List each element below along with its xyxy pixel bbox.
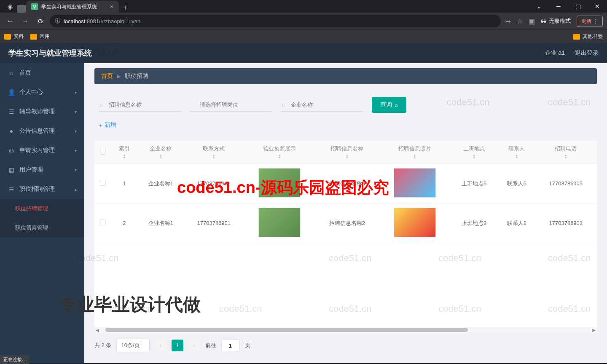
- col-location[interactable]: 上班地点▲▼: [451, 141, 497, 164]
- page-number-button[interactable]: 1: [172, 340, 183, 351]
- list-icon: ☰: [8, 185, 15, 193]
- bookmark-folder[interactable]: 常用: [30, 33, 50, 40]
- col-license[interactable]: 营业执照展示▲▼: [244, 141, 316, 164]
- plus-icon: +: [99, 122, 102, 128]
- user-icon: 👤: [8, 88, 15, 96]
- col-company[interactable]: 企业名称▲▼: [137, 141, 184, 164]
- chevron-down-icon[interactable]: ⌄: [529, 0, 549, 13]
- more-icon: ⋮: [593, 18, 598, 24]
- bookmark-folder[interactable]: 资料: [4, 33, 24, 40]
- reload-button[interactable]: ⟳: [35, 15, 46, 27]
- forward-button[interactable]: →: [19, 15, 31, 27]
- search-icon: ⌕: [282, 102, 285, 108]
- photo-thumbnail[interactable]: [394, 208, 436, 237]
- app-title: 学生实习与就业管理系统: [8, 48, 92, 58]
- chevron-down-icon: ▾: [75, 90, 77, 95]
- sidebar-item-home[interactable]: ⌂首页: [0, 63, 84, 83]
- sort-icon: ▲▼: [115, 154, 134, 159]
- search-icon: ⌕: [395, 102, 398, 108]
- prev-page-button[interactable]: ‹: [155, 340, 167, 351]
- page-size-select[interactable]: 10条/页: [116, 339, 149, 352]
- license-thumbnail[interactable]: [258, 208, 301, 237]
- star-icon[interactable]: ☆: [517, 17, 523, 25]
- sidebar-subitem-recruit[interactable]: 职位招聘管理: [0, 199, 84, 218]
- sidebar-item-intern[interactable]: ◎申请实习管理▾: [0, 141, 84, 160]
- col-person[interactable]: 联系人▲▼: [497, 141, 536, 164]
- close-window-icon[interactable]: ✕: [588, 0, 607, 13]
- col-contact[interactable]: 联系方式▲▼: [184, 141, 244, 164]
- status-bar: 正在连接...: [0, 355, 29, 364]
- sort-icon: ▲▼: [141, 154, 181, 159]
- scroll-right-icon[interactable]: ▶: [591, 328, 597, 332]
- page-unit: 页: [245, 342, 250, 349]
- col-phone[interactable]: 招聘电话▲▼: [536, 141, 596, 164]
- search-title-input[interactable]: [99, 98, 181, 112]
- search-post-select[interactable]: [190, 98, 272, 112]
- extensions-icon[interactable]: ▣: [529, 17, 535, 25]
- horizontal-scrollbar[interactable]: ◀ ▶: [94, 327, 597, 333]
- folder-icon: [30, 34, 37, 40]
- incognito-icon: 🕶: [541, 18, 546, 24]
- goto-label: 前往: [205, 342, 216, 349]
- scroll-left-icon[interactable]: ◀: [94, 328, 100, 332]
- watermark-text: 专业毕业设计代做: [59, 293, 201, 316]
- tab-placeholder-icon: [17, 5, 26, 13]
- sidebar-item-user[interactable]: ▦用户管理▾: [0, 160, 84, 179]
- pagination: 共 2 条 10条/页 ‹ 1 › 前往 页: [94, 333, 597, 358]
- folder-icon: [573, 34, 580, 40]
- update-button[interactable]: 更新 ⋮: [577, 16, 603, 27]
- bulb-icon: ●: [8, 127, 15, 135]
- folder-icon: [4, 34, 11, 40]
- search-company-input[interactable]: [281, 98, 363, 112]
- sort-icon: ▲▼: [188, 154, 240, 159]
- back-button[interactable]: ←: [4, 15, 16, 27]
- home-icon: ⌂: [8, 69, 15, 77]
- vue-favicon: V: [31, 3, 38, 10]
- col-title[interactable]: 招聘信息名称▲▼: [316, 141, 379, 164]
- pager-total: 共 2 条: [94, 342, 111, 349]
- col-index[interactable]: 索引▲▼: [111, 141, 137, 164]
- table-row[interactable]: 2 企业名称1 17703786901 招聘信息名称2 上班地点2 联系人2 1…: [94, 203, 597, 243]
- maximize-icon[interactable]: ▢: [568, 0, 588, 13]
- current-user[interactable]: 企业 a1: [545, 49, 565, 57]
- photo-thumbnail[interactable]: [394, 168, 436, 198]
- breadcrumb-current: 职位招聘: [125, 72, 148, 80]
- new-tab-button[interactable]: +: [119, 4, 132, 13]
- col-photo[interactable]: 招聘信息照片▲▼: [379, 141, 451, 164]
- add-button[interactable]: +新增: [94, 117, 597, 133]
- scrollbar-thumb[interactable]: [105, 328, 468, 332]
- url-path: /#/zhaopinLiuyan: [99, 18, 140, 24]
- info-icon: ⓘ: [55, 17, 60, 25]
- sidebar-item-teacher[interactable]: ☰辅导教师管理▾: [0, 102, 84, 121]
- list-icon: ☰: [8, 108, 15, 115]
- sort-icon: ▲▼: [319, 154, 375, 159]
- table-row[interactable]: 1 企业名称1 17703786901 招聘信息名称5 上班地点5 联系人5 1…: [94, 164, 597, 203]
- query-button[interactable]: 查询⌕: [372, 97, 406, 113]
- incognito-badge: 🕶 无痕模式: [541, 17, 571, 25]
- sidebar-subitem-message[interactable]: 职位留言管理: [0, 218, 84, 238]
- breadcrumb-home[interactable]: 首页: [101, 72, 113, 80]
- col-post[interactable]: 招聘岗位▲▼: [596, 141, 597, 164]
- search-icon: ⌕: [99, 102, 103, 108]
- key-icon[interactable]: ⊶: [504, 17, 511, 25]
- browser-tab[interactable]: V 学生实习与就业管理系统 ✕: [26, 1, 119, 13]
- next-page-button[interactable]: ›: [188, 340, 200, 351]
- close-tab-icon[interactable]: ✕: [110, 4, 114, 10]
- sidebar-item-notice[interactable]: ●公告信息管理▾: [0, 121, 84, 141]
- goto-page-input[interactable]: [221, 340, 240, 351]
- other-bookmarks[interactable]: 其他书签: [573, 33, 603, 40]
- row-checkbox[interactable]: [100, 219, 106, 225]
- sidebar-item-personal[interactable]: 👤个人中心▾: [0, 83, 84, 102]
- sort-icon: ▲▼: [540, 154, 592, 159]
- app-icon: ◉: [3, 1, 17, 13]
- license-thumbnail[interactable]: [258, 168, 301, 198]
- breadcrumb: 首页 ▶ 职位招聘: [94, 68, 597, 84]
- select-all-checkbox[interactable]: [100, 149, 106, 155]
- minimize-icon[interactable]: ─: [549, 0, 568, 13]
- sort-icon: ▲▼: [247, 154, 312, 159]
- logout-link[interactable]: 退出登录: [575, 49, 599, 57]
- row-checkbox[interactable]: [100, 180, 106, 186]
- address-bar[interactable]: ⓘ localhost:8081/#/zhaopinLiuyan: [50, 15, 501, 27]
- tab-title: 学生实习与就业管理系统: [41, 3, 97, 11]
- sidebar-item-recruit[interactable]: ☰职位招聘管理▴: [0, 179, 84, 199]
